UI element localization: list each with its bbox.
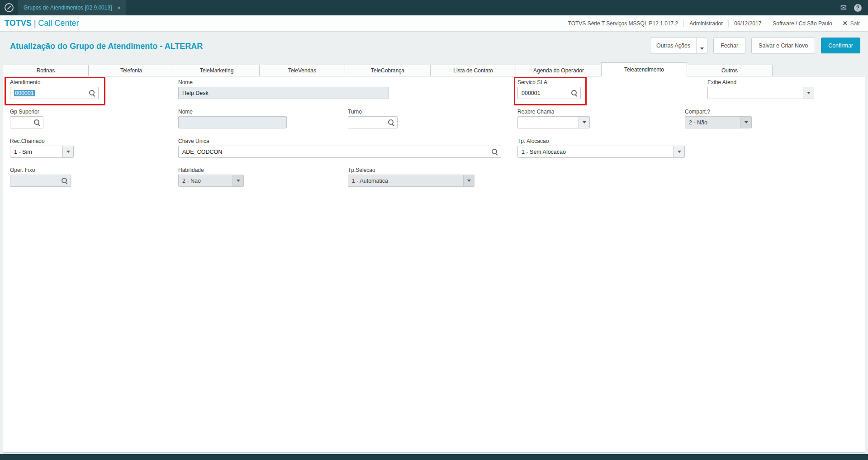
magnifier-icon <box>34 119 40 126</box>
chave-unica-label: Chave Unica <box>178 138 501 144</box>
annotation-box-servico-sla <box>514 77 587 105</box>
company-branch: Software / Cd São Paulo <box>767 20 838 27</box>
tp-selecao-value: 1 - Automatica <box>348 178 463 184</box>
rec-chamado-label: Rec.Chamado <box>10 138 74 144</box>
tab-teleatendimento[interactable]: Teleatendimento <box>601 62 687 76</box>
tp-selecao-dropdown-toggle <box>463 175 474 186</box>
action-buttons: Outras Ações Fechar Salvar e Criar Novo … <box>650 38 860 53</box>
form-panel <box>3 76 865 453</box>
reabre-chama-dropdown-toggle[interactable] <box>579 117 589 128</box>
field-rec-chamado: Rec.Chamado 1 - Sim <box>10 138 74 158</box>
field-reabre-chama: Reabre Chama <box>517 109 590 128</box>
chevron-down-icon <box>66 151 70 153</box>
chevron-down-icon <box>467 180 471 182</box>
field-gp-superior: Gp Superior <box>10 109 43 128</box>
field-turno: Turno <box>348 109 398 128</box>
tp-alocacao-label: Tp. Alocacao <box>517 138 685 144</box>
rec-chamado-value: 1 - Sim <box>10 149 62 155</box>
other-actions-menu-toggle[interactable] <box>696 38 707 53</box>
gp-superior-input[interactable] <box>10 116 43 128</box>
tp-alocacao-value: 1 - Sem Alocacao <box>518 149 674 155</box>
tab-rotinas[interactable]: Rotinas <box>3 65 89 76</box>
rec-chamado-select[interactable]: 1 - Sim <box>10 146 74 158</box>
tab-agenda-do-operador[interactable]: Agenda do Operador <box>516 65 602 76</box>
habilidade-select: 2 - Nao <box>178 175 244 187</box>
reabre-chama-select[interactable] <box>517 116 590 128</box>
mail-icon[interactable]: ✉ <box>840 4 847 12</box>
logout-button[interactable]: ✕ Sair <box>838 20 864 27</box>
magnifier-icon <box>388 119 394 126</box>
close-button[interactable]: Fechar <box>713 38 745 53</box>
brand-module: | Call Center <box>32 19 79 28</box>
topbar: Grupos de Atendimentos [02.9.0013] × ✉ ? <box>0 0 868 15</box>
nome-superior-input <box>178 116 287 128</box>
rec-chamado-dropdown-toggle[interactable] <box>62 146 73 157</box>
magnifier-icon <box>492 149 498 155</box>
tab-telecobranca[interactable]: TeleCobrança <box>345 65 431 76</box>
tab-lista-de-contato[interactable]: Lista de Contato <box>430 65 516 76</box>
field-exibe-atend: Exibe Atend <box>707 79 814 99</box>
compart-value: 2 - Não <box>685 119 740 126</box>
compart-dropdown-toggle <box>740 117 751 128</box>
confirm-button[interactable]: Confirmar <box>821 38 860 53</box>
tab-outros[interactable]: Outros <box>687 65 773 76</box>
chevron-down-icon <box>745 121 748 123</box>
tp-alocacao-dropdown-toggle[interactable] <box>674 146 684 157</box>
gp-superior-lookup-button[interactable] <box>31 119 43 126</box>
tab-telefonia[interactable]: Telefonia <box>88 65 174 76</box>
chevron-down-icon <box>237 180 240 182</box>
field-tp-alocacao: Tp. Alocacao 1 - Sem Alocacao <box>517 138 685 158</box>
help-icon[interactable]: ? <box>854 4 862 12</box>
tp-selecao-select: 1 - Automatica <box>348 175 474 187</box>
brand-product: TOTVS <box>5 19 32 28</box>
routine-tab[interactable]: Grupos de Atendimentos [02.9.0013] × <box>18 0 126 15</box>
logout-x-icon: ✕ <box>843 20 848 27</box>
annotation-box-atendimento <box>5 77 105 105</box>
nome-superior-label: Nome <box>178 109 287 115</box>
exibe-atend-select[interactable] <box>707 87 814 99</box>
field-habilidade: Habilidade 2 - Nao <box>178 167 244 187</box>
field-compart: Compart.? 2 - Não <box>685 109 752 128</box>
other-actions-button[interactable]: Outras Ações <box>650 38 707 53</box>
exibe-atend-label: Exibe Atend <box>707 79 814 85</box>
topbar-right: ✉ ? <box>840 4 862 12</box>
field-nome-superior: Nome <box>178 109 287 128</box>
folder-tabs: Rotinas Telefonia TeleMarketing TeleVend… <box>3 62 865 76</box>
page-title: Atualização do Grupo de Atendimento - AL… <box>10 42 203 51</box>
compart-select: 2 - Não <box>685 116 752 128</box>
chave-unica-input[interactable]: ADE_CODCON <box>178 146 501 158</box>
brand: TOTVS | Call Center <box>5 19 79 28</box>
chevron-down-icon <box>678 151 681 153</box>
tab-televendas[interactable]: TeleVendas <box>259 65 345 76</box>
current-date: 06/12/2017 <box>729 20 767 27</box>
routine-tab-label: Grupos de Atendimentos [02.9.0013] <box>24 5 112 11</box>
app-logo-icon[interactable] <box>5 3 14 12</box>
header: TOTVS | Call Center TOTVS Série T Serviç… <box>0 15 868 32</box>
oper-fixo-input[interactable] <box>10 175 71 187</box>
turno-label: Turno <box>348 109 398 115</box>
chevron-down-icon <box>700 47 704 50</box>
tab-close-icon[interactable]: × <box>117 5 121 11</box>
habilidade-label: Habilidade <box>178 167 244 173</box>
magnifier-icon <box>62 178 68 184</box>
chave-unica-lookup-button[interactable] <box>489 149 501 155</box>
exibe-atend-dropdown-toggle[interactable] <box>803 87 814 99</box>
tp-alocacao-select[interactable]: 1 - Sem Alocacao <box>517 146 685 158</box>
nome-grupo-input: Help Desk <box>178 87 389 99</box>
gp-superior-label: Gp Superior <box>10 109 43 115</box>
logout-label: Sair <box>850 20 860 27</box>
header-info: TOTVS Série T Serviços MSSQL P12.1.017.2… <box>563 20 864 27</box>
save-and-new-button[interactable]: Salvar e Criar Novo <box>751 38 815 53</box>
chevron-down-icon <box>583 121 586 123</box>
chave-unica-value: ADE_CODCON <box>179 149 489 155</box>
oper-fixo-label: Oper. Fixo <box>10 167 71 173</box>
tp-selecao-label: Tp.Selecao <box>348 167 474 173</box>
turno-lookup-button[interactable] <box>385 119 397 126</box>
footer-bar <box>0 454 868 460</box>
tab-telemarketing[interactable]: TeleMarketing <box>174 65 260 76</box>
field-chave-unica: Chave Unica ADE_CODCON <box>178 138 501 158</box>
oper-fixo-lookup-button[interactable] <box>59 178 71 184</box>
other-actions-label: Outras Ações <box>650 38 696 53</box>
turno-input[interactable] <box>348 116 398 128</box>
user-name: Administrador <box>684 20 729 27</box>
